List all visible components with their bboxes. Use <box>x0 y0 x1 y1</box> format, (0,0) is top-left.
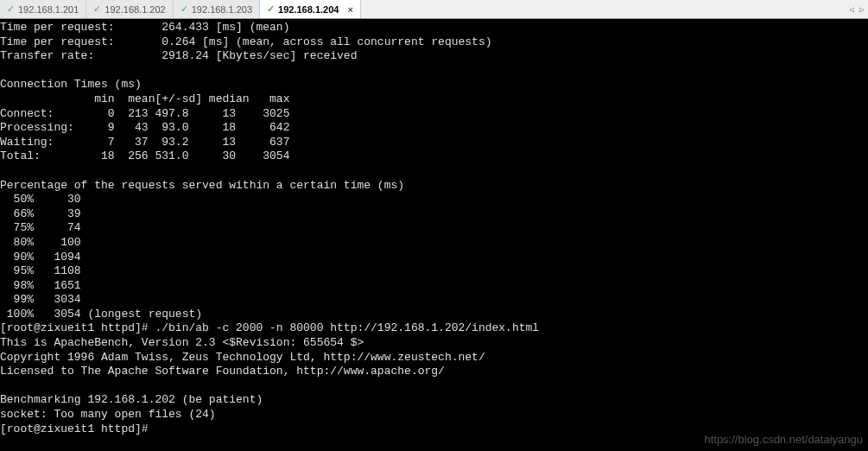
close-icon[interactable]: × <box>347 4 352 15</box>
tab-prev-icon[interactable]: ◁ <box>849 4 854 15</box>
check-icon: ✓ <box>93 3 101 15</box>
tab-host-2[interactable]: ✓ 192.168.1.202 <box>86 0 173 18</box>
tab-label: 192.168.1.204 <box>278 4 339 15</box>
tab-next-icon[interactable]: ▷ <box>859 4 865 15</box>
tab-bar: ✓ 192.168.1.201 ✓ 192.168.1.202 ✓ 192.16… <box>0 0 868 19</box>
tab-host-3[interactable]: ✓ 192.168.1.203 <box>174 0 260 18</box>
tab-host-1[interactable]: ✓ 192.168.1.201 <box>0 0 86 18</box>
check-icon: ✓ <box>267 3 275 15</box>
tab-nav-arrows: ◁ ▷ <box>846 0 868 18</box>
tab-label: 192.168.1.201 <box>18 4 79 15</box>
tab-host-4[interactable]: ✓ 192.168.1.204 × <box>260 0 361 18</box>
check-icon: ✓ <box>7 3 15 15</box>
terminal-output[interactable]: Time per request: 264.433 [ms] (mean) Ti… <box>0 19 868 436</box>
tab-label: 192.168.1.203 <box>192 4 252 15</box>
tab-label: 192.168.1.202 <box>105 4 165 15</box>
watermark-text: https://blog.csdn.net/dataiyangu <box>704 433 863 446</box>
check-icon: ✓ <box>181 3 188 15</box>
